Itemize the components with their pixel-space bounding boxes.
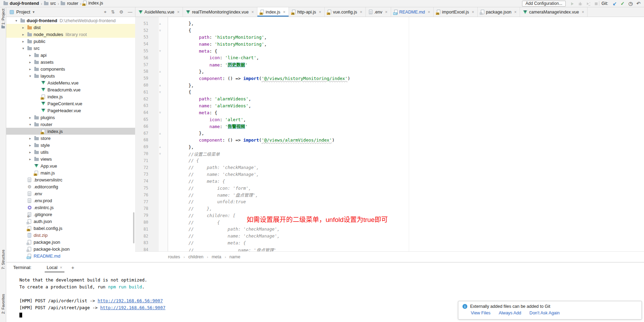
tree-item[interactable]: JSbabel.config.js bbox=[6, 225, 135, 232]
code-line[interactable]: 65 icon: 'alert', bbox=[135, 116, 644, 123]
tree-item[interactable]: ▸components bbox=[6, 65, 135, 72]
close-icon[interactable]: × bbox=[472, 10, 474, 15]
code-breadcrumb-item[interactable]: meta bbox=[212, 254, 221, 259]
tree-item[interactable]: ▾duoji-frontendD:\zheheWeb\duoji-fronten… bbox=[6, 17, 135, 24]
new-terminal-icon[interactable]: + bbox=[71, 265, 74, 270]
chevron-right-icon[interactable]: ▸ bbox=[27, 60, 33, 64]
terminal-link[interactable]: http://192.168.66.56:9007 bbox=[98, 298, 163, 303]
tree-item[interactable]: ▸public bbox=[6, 38, 135, 45]
tree-item[interactable]: .browserslistrc bbox=[6, 176, 135, 183]
tree-item[interactable]: ⊘.gitignore bbox=[6, 211, 135, 218]
git-commit-icon[interactable]: ✓ bbox=[620, 1, 625, 6]
code-line[interactable]: 83 // meta: { bbox=[135, 240, 644, 247]
sidebar-tab-favorites[interactable]: 2: Favorites bbox=[0, 294, 6, 314]
breadcrumb-item[interactable]: duoji-frontend bbox=[3, 1, 39, 6]
code-line[interactable]: 52▿ { bbox=[135, 27, 644, 34]
fold-marker-icon[interactable]: ▵ bbox=[152, 22, 168, 25]
code-line[interactable]: 55▿ meta: { bbox=[135, 47, 644, 54]
tree-item[interactable]: PageHeader.vue bbox=[6, 107, 135, 114]
close-icon[interactable]: × bbox=[514, 10, 517, 15]
chevron-right-icon[interactable]: ▸ bbox=[27, 143, 33, 147]
terminal-link[interactable]: http://192.168.66.56:9007 bbox=[100, 305, 165, 310]
sidebar-tab-project[interactable]: 1: Project bbox=[0, 9, 6, 28]
tree-item[interactable]: JSmain.js bbox=[6, 169, 135, 176]
chevron-right-icon[interactable]: ▸ bbox=[27, 67, 33, 71]
notification-action-link[interactable]: Always Add bbox=[499, 311, 521, 315]
code-line[interactable]: 68 component: () => import('@/views/alar… bbox=[135, 137, 644, 144]
editor-tab[interactable]: .env× bbox=[366, 7, 391, 17]
add-configuration-button[interactable]: Add Configuration... bbox=[522, 1, 566, 7]
code-breadcrumb-item[interactable]: name bbox=[229, 254, 240, 259]
breadcrumb-item[interactable]: JSindex.js bbox=[83, 1, 103, 6]
tree-item[interactable]: Breadcrumb.vue bbox=[6, 86, 135, 93]
tree-item[interactable]: ▸dist bbox=[6, 24, 135, 31]
editor-tab[interactable]: cameraManage\index.vue× bbox=[520, 7, 588, 17]
code-line[interactable]: 59 component: () => import('@/views/hist… bbox=[135, 75, 644, 82]
code-line[interactable]: 67▵ }, bbox=[135, 130, 644, 137]
collapse-all-icon[interactable]: ⇅ bbox=[111, 9, 115, 15]
code-line[interactable]: 82 // name: 'checkManage', bbox=[135, 233, 644, 240]
chevron-right-icon[interactable]: ▸ bbox=[27, 116, 33, 119]
hide-panel-icon[interactable]: — bbox=[128, 9, 132, 15]
tree-item[interactable]: {}package.json bbox=[6, 239, 135, 245]
editor-tab[interactable]: JSindex.js× bbox=[257, 7, 289, 17]
close-icon[interactable]: × bbox=[319, 10, 321, 15]
code-editor[interactable]: 51▵ },52▿ {53 path: 'historyMonitoring',… bbox=[135, 17, 644, 251]
close-icon[interactable]: × bbox=[283, 10, 285, 15]
locate-icon[interactable]: ⌖ bbox=[104, 9, 106, 15]
close-icon[interactable]: × bbox=[428, 10, 430, 15]
fold-marker-icon[interactable]: ▵ bbox=[152, 145, 168, 149]
tree-scrollbar[interactable] bbox=[133, 212, 134, 243]
rerun-icon[interactable] bbox=[586, 1, 590, 6]
tree-item[interactable]: ▸assets bbox=[6, 59, 135, 65]
code-line[interactable]: 54 name: 'historyMonitoring', bbox=[135, 41, 644, 47]
fold-marker-icon[interactable]: ▿ bbox=[152, 90, 168, 94]
fold-marker-icon[interactable]: ▿ bbox=[152, 111, 168, 114]
code-line[interactable]: 60▵ }, bbox=[135, 82, 644, 89]
code-line[interactable]: 75 // icon: 'form', bbox=[135, 185, 644, 191]
tree-item[interactable]: ▾src bbox=[6, 45, 135, 52]
git-update-icon[interactable]: ↙ bbox=[613, 1, 617, 6]
chevron-right-icon[interactable]: ▸ bbox=[27, 136, 33, 140]
code-line[interactable]: 70▿ //设置二级菜单 bbox=[135, 150, 644, 157]
fold-marker-icon[interactable]: ▵ bbox=[152, 132, 168, 135]
tree-item[interactable]: .eslintrc.js bbox=[6, 204, 135, 211]
code-line[interactable]: 80 // { bbox=[135, 219, 644, 226]
close-icon[interactable]: × bbox=[360, 10, 362, 15]
run-icon[interactable] bbox=[570, 1, 574, 6]
chevron-right-icon[interactable]: ▸ bbox=[20, 33, 26, 36]
code-breadcrumb-item[interactable]: children bbox=[188, 254, 203, 259]
chevron-right-icon[interactable]: ▸ bbox=[20, 39, 26, 43]
tree-item[interactable]: ⚙.editorconfig bbox=[6, 183, 135, 190]
code-line[interactable]: 79 // children: [ bbox=[135, 212, 644, 219]
chevron-right-icon[interactable]: ▸ bbox=[20, 26, 26, 29]
git-rollback-icon[interactable]: ↶ bbox=[636, 1, 641, 6]
code-line[interactable]: 58▵ }, bbox=[135, 68, 644, 75]
breadcrumb-item[interactable]: router bbox=[61, 1, 78, 6]
editor-tab[interactable]: realTimeMonitoring\index.vue× bbox=[183, 7, 257, 17]
code-line[interactable]: 84 // name: '盘点管理' bbox=[135, 246, 644, 251]
code-line[interactable]: 63 name: 'alarmVideos', bbox=[135, 102, 644, 109]
code-line[interactable]: 64▿ meta: { bbox=[135, 109, 644, 116]
editor-tab[interactable]: MDREADME.md× bbox=[391, 7, 434, 17]
tree-item[interactable]: ▾router bbox=[6, 121, 135, 128]
code-line[interactable]: 69▵ }, bbox=[135, 143, 644, 150]
editor-tab[interactable]: JShttp-api.js× bbox=[289, 7, 325, 17]
close-icon[interactable]: × bbox=[385, 10, 387, 15]
code-line[interactable]: 81 // path: 'checkManage', bbox=[135, 226, 644, 233]
code-breadcrumb-item[interactable]: routes bbox=[168, 254, 180, 259]
editor-tab[interactable]: JSvue.config.js× bbox=[325, 7, 366, 17]
fold-marker-icon[interactable]: ▿ bbox=[152, 152, 168, 155]
code-line[interactable]: 61▿ { bbox=[135, 89, 644, 96]
code-line[interactable]: 77 // unfold:true bbox=[135, 198, 644, 205]
gear-icon[interactable]: ⚙ bbox=[119, 9, 123, 15]
tree-item[interactable]: .env.prod bbox=[6, 197, 135, 204]
tree-item[interactable]: ▸api bbox=[6, 52, 135, 59]
terminal-tab-local[interactable]: Local × bbox=[45, 262, 64, 272]
chevron-down-icon[interactable]: ▼ bbox=[32, 10, 35, 14]
fold-marker-icon[interactable]: ▿ bbox=[152, 29, 168, 32]
tree-item[interactable]: ▾layouts bbox=[6, 72, 135, 79]
tree-item[interactable]: dist.zip bbox=[6, 232, 135, 239]
tree-item[interactable]: PageContent.vue bbox=[6, 100, 135, 107]
chevron-right-icon[interactable]: ▸ bbox=[27, 157, 33, 161]
